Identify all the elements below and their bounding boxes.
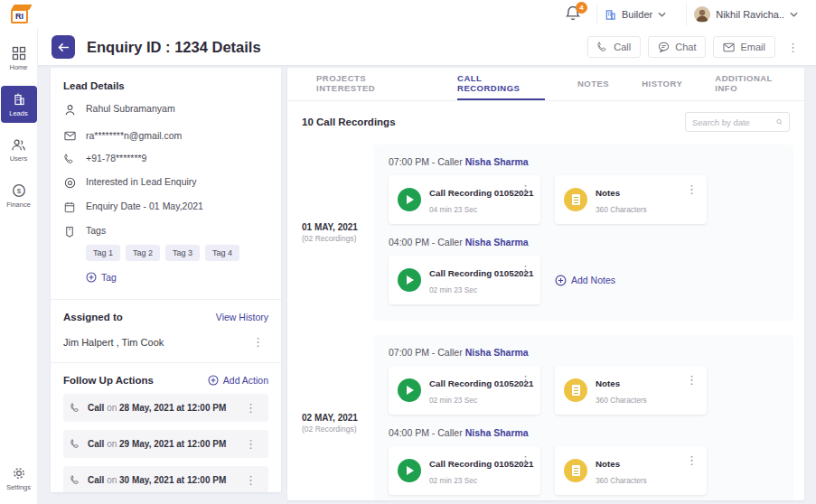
tab-projects-interested[interactable]: PROJECTS INTERESTED — [316, 68, 425, 100]
sidebar-item-finance[interactable]: $ Finance — [1, 177, 37, 214]
sidebar-item-settings[interactable]: Settings — [1, 460, 37, 497]
follow-up-action: Call — [88, 439, 104, 449]
notes-kebab-menu[interactable]: ⋮ — [681, 182, 702, 197]
play-button[interactable] — [398, 188, 421, 211]
recording-kebab-menu[interactable]: ⋮ — [515, 262, 536, 277]
search-icon[interactable] — [776, 117, 783, 127]
sidebar-item-label: Users — [10, 154, 28, 163]
follow-up-kebab-menu[interactable]: ⋮ — [240, 400, 261, 415]
follow-up-kebab-menu[interactable]: ⋮ — [240, 472, 261, 488]
play-icon — [407, 195, 414, 204]
recording-entry: 04:00 PM - Caller Nisha Sharma Call Reco… — [389, 237, 779, 304]
header-kebab-menu[interactable]: ⋮ — [783, 40, 803, 55]
follow-up-item[interactable]: Call on 28 May, 2021 at 12:00 PM ⋮ — [63, 394, 268, 422]
user-menu-dropdown[interactable]: Nikhil Ravicha.. — [686, 3, 805, 26]
app-window: RI 4 Builder Nikhil Ravicha.. — [0, 0, 816, 504]
target-icon — [63, 176, 76, 189]
calendar-icon — [63, 201, 76, 213]
tab-history[interactable]: HISTORY — [642, 68, 682, 100]
recording-kebab-menu[interactable]: ⋮ — [515, 182, 536, 197]
tab-call-recordings[interactable]: CALL RECORDINGS — [457, 68, 545, 100]
tag-chip-list: Tag 1 Tag 2 Tag 3 Tag 4 — [86, 245, 268, 261]
sidebar-item-label: Settings — [6, 483, 31, 491]
dollar-circle-icon: $ — [12, 183, 26, 198]
call-button[interactable]: Call — [587, 36, 641, 58]
lead-interest-row: Interested in Lead Enquiry — [63, 176, 268, 189]
tag-chip[interactable]: Tag 3 — [165, 245, 200, 261]
group-body: 07:00 PM - Caller Nisha Sharma Call Reco… — [374, 335, 793, 500]
notifications-button[interactable]: 4 — [564, 5, 584, 24]
header-actions: Call Chat Email ⋮ — [587, 36, 803, 58]
detail-tabs-panel: PROJECTS INTERESTED CALL RECORDINGS NOTE… — [287, 68, 804, 500]
follow-up-header: Follow Up Actions Add Action — [63, 375, 268, 386]
group-date-column: 01 MAY, 2021 (02 Recordings) — [287, 145, 374, 321]
entry-time: 04:00 PM - Caller — [389, 237, 463, 247]
caller-name-link[interactable]: Nisha Sharma — [465, 347, 529, 358]
chat-button[interactable]: Chat — [648, 36, 706, 58]
tab-notes[interactable]: NOTES — [577, 68, 609, 100]
app-logo[interactable]: RI — [9, 5, 33, 24]
logo-text: RI — [11, 9, 28, 23]
follow-up-when: 28 May, 2021 at 12:00 PM — [119, 403, 226, 413]
follow-up-item[interactable]: Call on 30 May, 2021 at 12:00 PM ⋮ — [63, 466, 268, 492]
back-button[interactable] — [52, 35, 75, 59]
building-icon — [605, 9, 616, 21]
add-action-button[interactable]: Add Action — [208, 375, 268, 386]
play-button[interactable] — [398, 459, 421, 482]
recording-duration: 02 min 23 Sec — [429, 476, 477, 485]
tag-chip[interactable]: Tag 2 — [126, 245, 160, 261]
notes-card: Notes360 Characters ⋮ — [555, 366, 707, 415]
page-header: Enquiry ID : 1234 Details Call Chat Emai… — [38, 29, 816, 65]
assigned-kebab-menu[interactable]: ⋮ — [248, 334, 268, 350]
play-icon — [407, 386, 414, 395]
phone-icon — [70, 403, 80, 413]
building-icon — [12, 92, 26, 107]
caller-name-link[interactable]: Nisha Sharma — [465, 237, 529, 247]
sidebar-item-home[interactable]: Home — [1, 40, 37, 77]
group-body: 07:00 PM - Caller Nisha Sharma Call Reco… — [374, 145, 793, 321]
caller-name-link[interactable]: Nisha Sharma — [465, 156, 529, 167]
builder-dropdown[interactable]: Builder — [596, 5, 673, 24]
gear-icon — [12, 466, 26, 481]
recording-duration: 02 min 23 Sec — [429, 285, 477, 294]
call-recording-card: Call Recording 0105202102 min 23 Sec ⋮ — [389, 446, 540, 495]
sidebar-item-leads[interactable]: Leads — [1, 86, 37, 123]
play-button[interactable] — [398, 268, 421, 292]
recording-kebab-menu[interactable]: ⋮ — [515, 372, 536, 387]
notes-card: Notes360 Characters ⋮ — [555, 175, 707, 224]
divider — [51, 362, 281, 363]
builder-label: Builder — [622, 9, 652, 20]
email-button[interactable]: Email — [713, 36, 775, 58]
tag-chip[interactable]: Tag 4 — [205, 245, 239, 261]
recording-kebab-menu[interactable]: ⋮ — [515, 453, 536, 468]
tab-additional-info[interactable]: ADDITIONAL INFO — [715, 68, 795, 100]
plus-circle-icon — [555, 275, 567, 286]
play-button[interactable] — [398, 378, 421, 402]
follow-up-kebab-menu[interactable]: ⋮ — [240, 436, 261, 452]
tags-label: Tags — [86, 225, 106, 236]
notes-kebab-menu[interactable]: ⋮ — [681, 372, 702, 387]
grid-icon — [12, 46, 26, 61]
add-notes-button[interactable]: Add Notes — [555, 275, 615, 286]
follow-up-item[interactable]: Call on 29 May, 2021 at 12:00 PM ⋮ — [63, 430, 268, 458]
tags-row: Tags — [63, 225, 268, 238]
add-tag-button[interactable]: Tag — [86, 272, 117, 283]
recording-entry: 07:00 PM - Caller Nisha Sharma Call Reco… — [389, 347, 779, 415]
lead-email-row: ra********n@gmail.com — [63, 130, 268, 141]
notes-title: Notes — [596, 378, 620, 388]
search-input[interactable] — [692, 117, 772, 127]
view-history-link[interactable]: View History — [216, 312, 268, 322]
avatar — [694, 6, 710, 23]
entry-time: 07:00 PM - Caller — [389, 347, 463, 358]
recordings-count-row: 10 Call Recordings — [287, 101, 804, 141]
tag-chip[interactable]: Tag 1 — [86, 245, 120, 261]
phone-icon — [63, 153, 76, 164]
sidebar-item-users[interactable]: Users — [1, 132, 37, 168]
notes-card: Notes360 Characters ⋮ — [555, 446, 707, 495]
chat-icon — [658, 42, 670, 52]
follow-up-on: on — [107, 475, 117, 485]
caller-name-link[interactable]: Nisha Sharma — [465, 427, 529, 438]
notification-count-badge: 4 — [576, 2, 587, 14]
notes-kebab-menu[interactable]: ⋮ — [681, 453, 702, 468]
group-date-column: 02 MAY, 2021 (02 Recordings) — [287, 335, 374, 500]
